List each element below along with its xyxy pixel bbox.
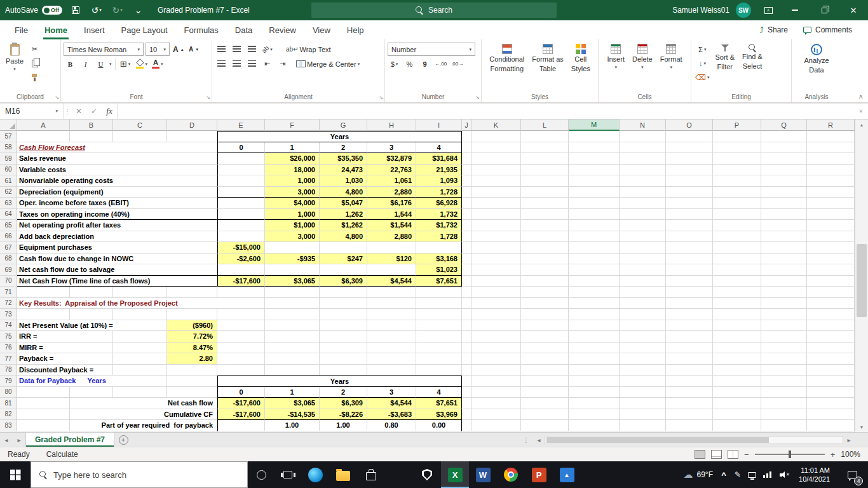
cell-H67[interactable]	[367, 242, 416, 254]
cell-B73[interactable]	[70, 309, 113, 320]
taskbar-search-box[interactable]: Type here to search	[31, 461, 248, 488]
cell-R83[interactable]	[807, 420, 855, 431]
cell-I60[interactable]: 21,935	[416, 165, 462, 176]
cell-H58[interactable]: 3	[367, 142, 416, 154]
user-name[interactable]: Samuel Weiss01	[672, 6, 729, 15]
cell-J65[interactable]	[462, 220, 471, 231]
cell-G77[interactable]	[320, 353, 367, 365]
row-header-72[interactable]: 72	[0, 298, 17, 309]
cell-H76[interactable]	[367, 342, 416, 354]
cell-B82[interactable]: Cumulative CF	[70, 409, 217, 421]
cell-Q75[interactable]	[761, 331, 807, 342]
taskbar-app-chrome[interactable]	[497, 461, 525, 488]
cell-E75[interactable]	[217, 331, 265, 342]
column-header-E[interactable]: E	[217, 119, 265, 131]
cell-G63[interactable]: $5,047	[320, 198, 367, 209]
cell-N63[interactable]	[620, 198, 666, 209]
column-header-B[interactable]: B	[70, 119, 113, 131]
cell-M57[interactable]	[569, 131, 620, 142]
cell-R82[interactable]	[807, 409, 855, 421]
horizontal-scroll-thumb[interactable]	[546, 437, 769, 443]
row-header-63[interactable]: 63	[0, 198, 17, 209]
cell-F59[interactable]: $26,000	[265, 153, 320, 165]
cell-N72[interactable]	[620, 298, 666, 309]
row-header-62[interactable]: 62	[0, 187, 17, 198]
cell-J71[interactable]	[462, 287, 471, 298]
cell-J62[interactable]	[462, 187, 471, 198]
cell-K78[interactable]	[471, 365, 521, 376]
cell-R68[interactable]	[807, 254, 855, 265]
cell-Q73[interactable]	[761, 309, 807, 320]
cell-styles-button[interactable]: Cell Styles	[568, 41, 593, 75]
cell-M61[interactable]	[569, 175, 620, 187]
cell-J60[interactable]	[462, 165, 471, 176]
tab-review[interactable]: Review	[261, 20, 304, 39]
normal-view-button[interactable]	[695, 450, 705, 459]
cell-O57[interactable]	[666, 131, 713, 142]
cell-A78[interactable]: Discounted Payback =	[17, 365, 113, 376]
cell-H83[interactable]: 0.80	[367, 420, 416, 431]
column-header-P[interactable]: P	[713, 119, 761, 131]
cell-L76[interactable]	[521, 342, 569, 354]
cell-A64[interactable]: Taxes on operating income (40%)	[17, 209, 217, 220]
row-header-58[interactable]: 58	[0, 142, 17, 154]
cell-G69[interactable]	[320, 264, 367, 276]
cell-A71[interactable]	[17, 287, 70, 298]
notification-center-button[interactable]: 4	[840, 461, 864, 488]
cell-P57[interactable]	[713, 131, 761, 142]
cell-E68[interactable]: -$2,600	[217, 254, 265, 265]
cell-N61[interactable]	[620, 175, 666, 187]
comments-button[interactable]: Comments	[797, 24, 858, 36]
cell-M58[interactable]	[569, 142, 620, 154]
italic-button[interactable]: I	[79, 57, 92, 71]
cell-G75[interactable]	[320, 331, 367, 342]
cell-P58[interactable]	[713, 142, 761, 154]
cell-R79[interactable]	[807, 376, 855, 387]
cell-P64[interactable]	[713, 209, 761, 220]
cell-A58[interactable]: Cash Flow Forecast	[17, 142, 217, 154]
undo-button[interactable]: ↺▾	[88, 2, 104, 18]
cell-G76[interactable]	[320, 342, 367, 354]
cell-D76[interactable]: 8.47%	[167, 342, 217, 354]
cell-F65[interactable]: $1,000	[265, 220, 320, 231]
cell-Q71[interactable]	[761, 287, 807, 298]
cell-P71[interactable]	[713, 287, 761, 298]
cell-E58[interactable]: 0	[217, 142, 265, 154]
row-header-59[interactable]: 59	[0, 153, 17, 165]
cell-M64[interactable]	[569, 209, 620, 220]
formula-input[interactable]	[117, 104, 854, 119]
cell-I69[interactable]: $1,023	[416, 264, 462, 276]
cell-G60[interactable]: 24,473	[320, 165, 367, 176]
cell-N83[interactable]	[620, 420, 666, 431]
decrease-font-size-button[interactable]: A▼	[187, 43, 201, 56]
clipboard-dialog-launcher[interactable]: ↘	[55, 95, 59, 100]
page-break-view-button[interactable]	[728, 450, 738, 459]
cell-I70[interactable]: $7,651	[416, 276, 462, 287]
cell-Q67[interactable]	[761, 242, 807, 254]
cell-J75[interactable]	[462, 331, 471, 342]
cell-I80[interactable]: 4	[416, 387, 462, 398]
close-button[interactable]: ✕	[839, 0, 868, 20]
horizontal-scroll-track[interactable]	[545, 436, 843, 444]
cell-L74[interactable]	[521, 320, 569, 332]
autosum-button[interactable]: Σ▾	[694, 43, 710, 56]
cell-G71[interactable]	[320, 287, 367, 298]
cell-J79[interactable]	[462, 376, 471, 387]
cell-I75[interactable]	[416, 331, 462, 342]
column-header-N[interactable]: N	[620, 119, 666, 131]
cell-J74[interactable]	[462, 320, 471, 332]
cell-H81[interactable]: $4,544	[367, 398, 416, 409]
row-header-82[interactable]: 82	[0, 409, 17, 421]
cell-P79[interactable]	[713, 376, 761, 387]
cell-M83[interactable]	[569, 420, 620, 431]
cell-I83[interactable]: 0.00	[416, 420, 462, 431]
cell-M75[interactable]	[569, 331, 620, 342]
cell-H59[interactable]: $32,879	[367, 153, 416, 165]
cell-B71[interactable]	[70, 287, 113, 298]
cell-E76[interactable]	[217, 342, 265, 354]
cell-K63[interactable]	[471, 198, 521, 209]
tab-file[interactable]: File	[6, 20, 36, 39]
cell-F62[interactable]: 3,000	[265, 187, 320, 198]
merge-center-button[interactable]: Merge & Center▾	[295, 57, 361, 71]
align-bottom-button[interactable]	[245, 43, 259, 56]
